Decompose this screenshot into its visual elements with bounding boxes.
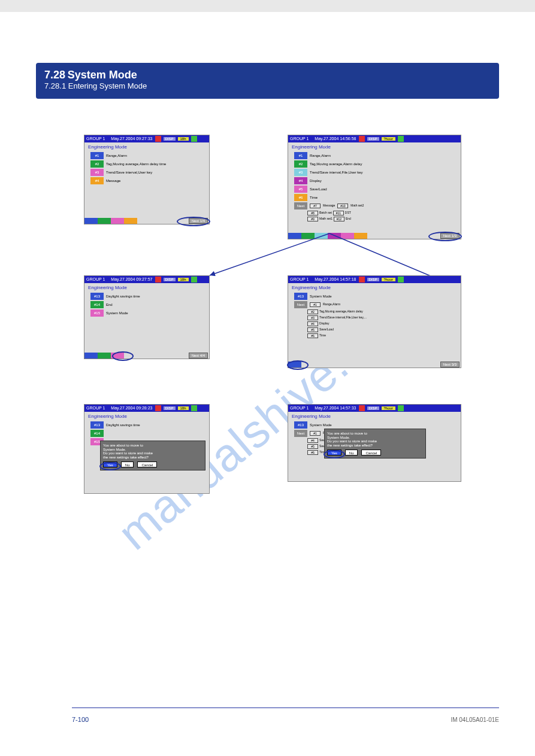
sub-label: Trend/Save interval,File,User key,... <box>319 316 367 320</box>
cancel-button[interactable]: Cancel <box>137 462 157 467</box>
sub-label: Math set1 <box>319 217 333 221</box>
sub-key: #5 <box>307 327 318 332</box>
menu-item-label: Daylight savings time <box>106 423 140 427</box>
disp-label: DISP <box>164 137 176 141</box>
menu-button[interactable]: #4 <box>294 177 307 184</box>
timestamp: May.27.2004 14:56:58 <box>315 136 356 141</box>
alarm-icon <box>359 277 365 283</box>
menu-item-label: Tag,Moving average,Alarm delay <box>310 162 362 166</box>
dialog-text: You are about to move to <box>327 432 423 436</box>
disp-label: DISP <box>367 406 379 411</box>
status-icon <box>398 405 404 411</box>
no-button[interactable]: No <box>121 462 134 467</box>
screenshot-e: GROUP 1 May.27.2004 09:28:23 DISP 18h En… <box>84 404 210 494</box>
dialog-text: You are about to move to <box>103 444 202 448</box>
screenshot-d: GROUP 1 May.27.2004 14:57:18 DISP ?hour … <box>288 275 461 368</box>
disp-label: DISP <box>367 137 379 141</box>
menu-item-label: End <box>106 303 113 307</box>
yes-button[interactable]: Yes <box>327 450 341 456</box>
menu-button[interactable]: #13 <box>90 293 104 300</box>
alarm-icon <box>359 136 365 142</box>
next-button[interactable]: Next 3/3 <box>440 362 460 368</box>
sub-key: #2 <box>307 309 318 314</box>
disp-label: DISP <box>367 278 379 282</box>
time-badge: 18h <box>178 137 189 141</box>
status-icon <box>398 277 404 283</box>
menu-button[interactable]: #15 <box>90 309 104 317</box>
timestamp: May.27.2004 09:28:23 <box>111 406 152 411</box>
sub-label: Display <box>319 322 329 326</box>
disp-label: DISP <box>164 278 176 282</box>
footer-rule <box>72 708 499 708</box>
mode-label: Engineering Mode <box>84 412 209 421</box>
menu-button[interactable]: #6 <box>294 194 307 201</box>
menu-item-label: Trend/Save interval,User key <box>106 171 152 175</box>
sub-label: End <box>346 217 351 221</box>
sub-label: Batch set <box>319 211 332 215</box>
menu-button[interactable]: #3 <box>90 169 104 176</box>
group-label: GROUP 1 <box>86 406 105 411</box>
menu-button[interactable]: #13 <box>90 421 104 429</box>
sub-label: Math set2 <box>350 204 364 208</box>
screenshot-f: GROUP 1 May.27.2004 14:57:33 DISP ?hour … <box>288 404 461 482</box>
menu-item-label: System Mode <box>310 294 332 299</box>
sub-label: DST <box>345 211 351 215</box>
menu-button[interactable]: #3 <box>294 169 307 176</box>
yes-button[interactable]: Yes <box>103 462 117 467</box>
sub-key: #12 <box>334 217 344 221</box>
menu-item-label: Time <box>310 196 318 200</box>
doc-reference: IM 04L05A01-01E <box>451 716 499 723</box>
alarm-icon <box>155 405 161 411</box>
banner-title: System Mode <box>68 69 137 81</box>
menu-button[interactable]: #1 <box>90 152 104 159</box>
alarm-icon <box>359 405 365 411</box>
menu-button[interactable]: #13 <box>294 421 307 429</box>
menu-button[interactable]: #14 <box>90 430 104 437</box>
next-button[interactable]: Next 1/4 <box>189 218 208 224</box>
menu-button[interactable]: #1 <box>294 152 307 159</box>
menu-button[interactable]: #13 <box>294 293 307 300</box>
confirm-dialog: You are about to move to System Mode. Do… <box>100 441 205 470</box>
sub-key: #10 <box>337 204 348 208</box>
timestamp: May.27.2004 09:27:33 <box>111 136 152 141</box>
group-label: GROUP 1 <box>290 277 309 282</box>
next-label-button[interactable]: Next <box>294 301 307 308</box>
banner-subtitle: 7.28.1 Entering System Mode <box>44 81 147 90</box>
menu-item-label: Range,Alarm <box>310 154 331 158</box>
group-label: GROUP 1 <box>86 277 105 282</box>
menu-item-label: System Mode <box>310 423 332 427</box>
sub-key: #3 <box>307 315 318 320</box>
no-button[interactable]: No <box>345 450 358 456</box>
screenshot-b: GROUP 1 May.27.2004 14:56:58 DISP ?hour … <box>288 135 461 239</box>
menu-button[interactable]: #4 <box>90 177 104 184</box>
mode-label: Engineering Mode <box>84 283 209 292</box>
menu-button[interactable]: #2 <box>90 160 104 168</box>
next-label-button[interactable]: Next <box>294 202 307 210</box>
menu-button[interactable]: #2 <box>294 160 307 168</box>
menu-item-label: Display <box>310 179 322 183</box>
menu-button[interactable]: #5 <box>294 186 307 193</box>
menu-item-label: Daylight savings time <box>106 294 140 299</box>
mode-label: Engineering Mode <box>288 142 461 151</box>
group-label: GROUP 1 <box>86 136 105 141</box>
status-icon <box>191 405 197 411</box>
next-button[interactable]: Next 4/4 <box>189 353 208 359</box>
section-banner: 7.28 System Mode 7.28.1 Entering System … <box>36 63 499 99</box>
sub-key: #6 <box>307 333 318 338</box>
menu-button[interactable]: #14 <box>90 301 104 308</box>
sub-key: #5 <box>307 444 318 449</box>
cancel-button[interactable]: Cancel <box>361 450 381 456</box>
status-icon <box>191 277 197 283</box>
next-label-button[interactable]: Next <box>294 430 307 437</box>
group-label: GROUP 1 <box>290 406 309 411</box>
next-button[interactable]: Next 1/3 <box>440 233 460 239</box>
mode-label: Engineering Mode <box>84 142 209 151</box>
page-number: 7-100 <box>72 716 89 723</box>
menu-item-label: System Mode <box>106 311 128 315</box>
sub-label: Range,Alarm <box>323 303 340 306</box>
menu-item-label: Message <box>106 179 120 183</box>
svg-line-0 <box>210 233 330 275</box>
dialog-text: Do you want to store and make <box>103 451 202 456</box>
sub-label: Time <box>319 334 326 338</box>
sub-label: Message <box>323 204 335 208</box>
